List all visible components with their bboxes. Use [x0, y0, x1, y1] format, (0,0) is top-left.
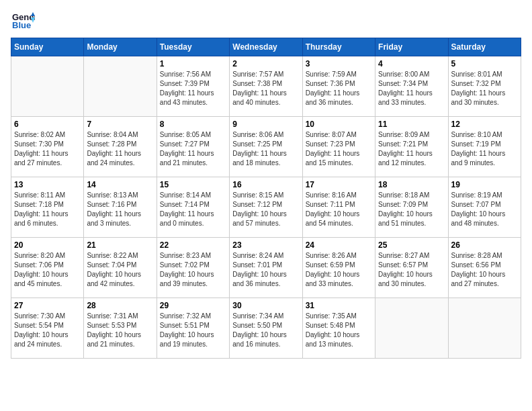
- day-info: Sunrise: 8:24 AMSunset: 7:01 PMDaylight:…: [232, 251, 299, 289]
- day-info: Sunrise: 7:57 AMSunset: 7:38 PMDaylight:…: [232, 70, 299, 107]
- day-info: Sunrise: 8:00 AMSunset: 7:34 PMDaylight:…: [378, 70, 445, 107]
- day-number: 5: [451, 59, 518, 68]
- calendar-cell: 30Sunrise: 7:34 AMSunset: 5:50 PMDayligh…: [230, 298, 302, 359]
- calendar-cell: 10Sunrise: 8:07 AMSunset: 7:23 PMDayligh…: [302, 117, 375, 177]
- day-number: 29: [160, 301, 226, 310]
- day-info: Sunrise: 8:14 AMSunset: 7:14 PMDaylight:…: [160, 191, 226, 228]
- calendar-cell: 5Sunrise: 8:01 AMSunset: 7:32 PMDaylight…: [448, 56, 521, 117]
- day-number: 2: [232, 59, 299, 68]
- day-info: Sunrise: 8:23 AMSunset: 7:02 PMDaylight:…: [160, 251, 226, 289]
- week-row-3: 13Sunrise: 8:11 AMSunset: 7:18 PMDayligh…: [11, 177, 521, 238]
- week-row-5: 27Sunrise: 7:30 AMSunset: 5:54 PMDayligh…: [11, 298, 521, 359]
- day-number: 15: [160, 180, 226, 189]
- calendar-cell: 13Sunrise: 8:11 AMSunset: 7:18 PMDayligh…: [11, 177, 84, 238]
- day-number: 1: [160, 59, 226, 68]
- calendar-cell: 20Sunrise: 8:20 AMSunset: 7:06 PMDayligh…: [11, 238, 84, 298]
- calendar-cell: 15Sunrise: 8:14 AMSunset: 7:14 PMDayligh…: [157, 177, 229, 238]
- calendar-cell: 28Sunrise: 7:31 AMSunset: 5:53 PMDayligh…: [84, 298, 157, 359]
- day-info: Sunrise: 8:26 AMSunset: 6:59 PMDaylight:…: [306, 251, 372, 289]
- day-info: Sunrise: 8:05 AMSunset: 7:27 PMDaylight:…: [160, 130, 226, 168]
- day-info: Sunrise: 8:13 AMSunset: 7:16 PMDaylight:…: [87, 191, 153, 228]
- day-number: 12: [451, 120, 518, 129]
- calendar-cell: 19Sunrise: 8:19 AMSunset: 7:07 PMDayligh…: [448, 177, 521, 238]
- calendar-cell: 6Sunrise: 8:02 AMSunset: 7:30 PMDaylight…: [11, 117, 84, 177]
- day-number: 11: [378, 120, 445, 129]
- day-info: Sunrise: 8:28 AMSunset: 6:56 PMDaylight:…: [451, 251, 518, 289]
- day-number: 6: [14, 120, 81, 129]
- day-info: Sunrise: 8:22 AMSunset: 7:04 PMDaylight:…: [87, 251, 153, 289]
- day-number: 9: [232, 120, 299, 129]
- calendar-cell: 1Sunrise: 7:56 AMSunset: 7:39 PMDaylight…: [157, 56, 229, 117]
- day-number: 10: [306, 120, 372, 129]
- day-number: 17: [306, 180, 372, 189]
- day-info: Sunrise: 7:32 AMSunset: 5:51 PMDaylight:…: [160, 312, 226, 349]
- day-number: 18: [378, 180, 445, 189]
- day-info: Sunrise: 7:35 AMSunset: 5:48 PMDaylight:…: [306, 312, 372, 349]
- calendar-cell: [448, 298, 521, 359]
- day-info: Sunrise: 8:07 AMSunset: 7:23 PMDaylight:…: [306, 130, 372, 168]
- week-row-1: 1Sunrise: 7:56 AMSunset: 7:39 PMDaylight…: [11, 56, 521, 117]
- weekday-header-tuesday: Tuesday: [157, 38, 229, 56]
- day-number: 21: [87, 240, 153, 250]
- day-number: 30: [232, 301, 299, 310]
- calendar-cell: 16Sunrise: 8:15 AMSunset: 7:12 PMDayligh…: [230, 177, 302, 238]
- day-info: Sunrise: 8:15 AMSunset: 7:12 PMDaylight:…: [232, 191, 299, 228]
- day-number: 4: [378, 59, 445, 68]
- day-number: 14: [87, 180, 153, 189]
- calendar-cell: 23Sunrise: 8:24 AMSunset: 7:01 PMDayligh…: [230, 238, 302, 298]
- page-header: General Blue: [11, 11, 521, 31]
- calendar-cell: 21Sunrise: 8:22 AMSunset: 7:04 PMDayligh…: [84, 238, 157, 298]
- calendar-cell: 24Sunrise: 8:26 AMSunset: 6:59 PMDayligh…: [302, 238, 375, 298]
- svg-text:Blue: Blue: [12, 20, 31, 30]
- day-number: 20: [14, 240, 81, 250]
- calendar-cell: 14Sunrise: 8:13 AMSunset: 7:16 PMDayligh…: [84, 177, 157, 238]
- calendar-cell: 26Sunrise: 8:28 AMSunset: 6:56 PMDayligh…: [448, 238, 521, 298]
- logo: General Blue: [11, 11, 35, 31]
- calendar-cell: [84, 56, 157, 117]
- calendar-cell: 27Sunrise: 7:30 AMSunset: 5:54 PMDayligh…: [11, 298, 84, 359]
- calendar-cell: [375, 298, 448, 359]
- calendar-cell: 22Sunrise: 8:23 AMSunset: 7:02 PMDayligh…: [157, 238, 229, 298]
- day-info: Sunrise: 8:18 AMSunset: 7:09 PMDaylight:…: [378, 191, 445, 228]
- day-info: Sunrise: 8:10 AMSunset: 7:19 PMDaylight:…: [451, 130, 518, 168]
- calendar-cell: 31Sunrise: 7:35 AMSunset: 5:48 PMDayligh…: [302, 298, 375, 359]
- day-number: 28: [87, 301, 153, 310]
- calendar-cell: 17Sunrise: 8:16 AMSunset: 7:11 PMDayligh…: [302, 177, 375, 238]
- day-number: 13: [14, 180, 81, 189]
- day-number: 25: [378, 240, 445, 250]
- calendar-cell: 3Sunrise: 7:59 AMSunset: 7:36 PMDaylight…: [302, 56, 375, 117]
- day-number: 8: [160, 120, 226, 129]
- day-info: Sunrise: 8:09 AMSunset: 7:21 PMDaylight:…: [378, 130, 445, 168]
- weekday-header-thursday: Thursday: [302, 38, 375, 56]
- day-info: Sunrise: 7:56 AMSunset: 7:39 PMDaylight:…: [160, 70, 226, 107]
- weekday-header-saturday: Saturday: [448, 38, 521, 56]
- weekday-header-friday: Friday: [375, 38, 448, 56]
- logo-icon: General Blue: [11, 11, 35, 31]
- calendar-cell: 18Sunrise: 8:18 AMSunset: 7:09 PMDayligh…: [375, 177, 448, 238]
- day-info: Sunrise: 7:30 AMSunset: 5:54 PMDaylight:…: [14, 312, 81, 349]
- weekday-header-row: SundayMondayTuesdayWednesdayThursdayFrid…: [11, 38, 521, 56]
- day-info: Sunrise: 8:11 AMSunset: 7:18 PMDaylight:…: [14, 191, 81, 228]
- day-number: 19: [451, 180, 518, 189]
- calendar-cell: 4Sunrise: 8:00 AMSunset: 7:34 PMDaylight…: [375, 56, 448, 117]
- day-info: Sunrise: 8:16 AMSunset: 7:11 PMDaylight:…: [306, 191, 372, 228]
- day-info: Sunrise: 8:01 AMSunset: 7:32 PMDaylight:…: [451, 70, 518, 107]
- day-number: 7: [87, 120, 153, 129]
- day-number: 3: [306, 59, 372, 68]
- day-number: 22: [160, 240, 226, 250]
- calendar-cell: 9Sunrise: 8:06 AMSunset: 7:25 PMDaylight…: [230, 117, 302, 177]
- day-info: Sunrise: 8:19 AMSunset: 7:07 PMDaylight:…: [451, 191, 518, 228]
- day-info: Sunrise: 7:34 AMSunset: 5:50 PMDaylight:…: [232, 312, 299, 349]
- weekday-header-sunday: Sunday: [11, 38, 84, 56]
- weekday-header-monday: Monday: [84, 38, 157, 56]
- day-info: Sunrise: 8:04 AMSunset: 7:28 PMDaylight:…: [87, 130, 153, 168]
- day-info: Sunrise: 7:31 AMSunset: 5:53 PMDaylight:…: [87, 312, 153, 349]
- calendar-cell: 12Sunrise: 8:10 AMSunset: 7:19 PMDayligh…: [448, 117, 521, 177]
- calendar-cell: 25Sunrise: 8:27 AMSunset: 6:57 PMDayligh…: [375, 238, 448, 298]
- calendar-cell: 11Sunrise: 8:09 AMSunset: 7:21 PMDayligh…: [375, 117, 448, 177]
- week-row-4: 20Sunrise: 8:20 AMSunset: 7:06 PMDayligh…: [11, 238, 521, 298]
- day-info: Sunrise: 7:59 AMSunset: 7:36 PMDaylight:…: [306, 70, 372, 107]
- calendar-table: SundayMondayTuesdayWednesdayThursdayFrid…: [11, 38, 521, 359]
- day-number: 27: [14, 301, 81, 310]
- day-info: Sunrise: 8:20 AMSunset: 7:06 PMDaylight:…: [14, 251, 81, 289]
